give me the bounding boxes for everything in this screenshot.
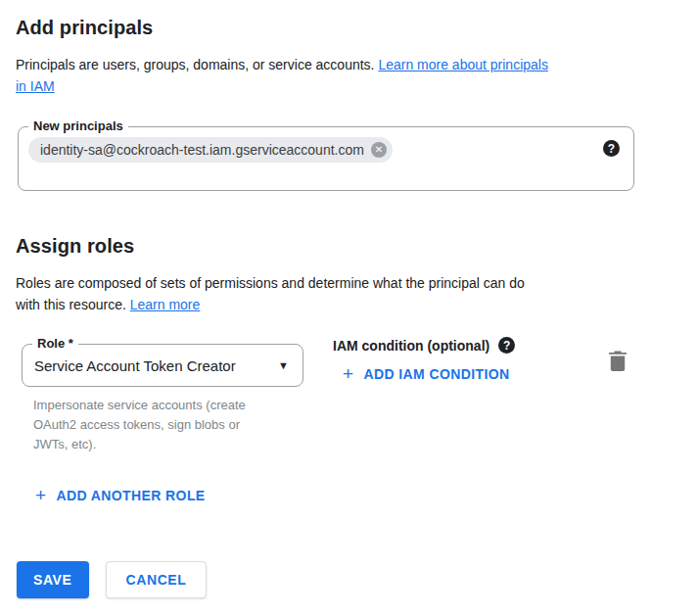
add-another-role-button[interactable]: + ADD ANOTHER ROLE: [35, 488, 206, 503]
new-principals-label: New principals: [28, 118, 128, 134]
principal-chip: identity-sa@cockroach-test.iam.gservicea…: [28, 137, 393, 163]
iam-condition-column: IAM condition (optional) ? + ADD IAM CON…: [333, 344, 515, 384]
page-title: Add principals: [16, 16, 682, 39]
chevron-down-icon: ▼: [278, 360, 289, 371]
role-select-value: Service Account Token Creator: [34, 357, 236, 374]
learn-more-roles-link[interactable]: Learn more: [130, 297, 201, 312]
add-principals-panel: Add principals Principals are users, gro…: [0, 0, 698, 614]
plus-icon: +: [343, 366, 354, 382]
save-button[interactable]: SAVE: [17, 561, 89, 598]
roles-description-line1: Roles are composed of sets of permission…: [16, 275, 525, 291]
role-helper-line: OAuth2 access tokens, sign blobs or: [33, 415, 303, 435]
chip-remove-icon[interactable]: ✕: [371, 142, 387, 158]
role-assignment-row: Role * Service Account Token Creator ▼ I…: [16, 344, 682, 454]
assign-roles-title: Assign roles: [16, 234, 682, 258]
iam-condition-label: IAM condition (optional): [333, 338, 489, 354]
action-buttons: SAVE CANCEL: [17, 561, 682, 598]
plus-icon: +: [35, 488, 47, 503]
delete-role-button[interactable]: [609, 351, 627, 374]
delete-role-column: [609, 344, 682, 374]
trash-icon: [609, 351, 627, 371]
principal-chip-value: identity-sa@cockroach-test.iam.gservicea…: [40, 142, 364, 158]
new-principals-field[interactable]: New principals identity-sa@cockroach-tes…: [18, 126, 634, 191]
cancel-button[interactable]: CANCEL: [106, 561, 208, 598]
role-helper-line: JWTs, etc).: [33, 435, 303, 454]
iam-condition-label-row: IAM condition (optional) ?: [333, 337, 515, 354]
add-another-role-label: ADD ANOTHER ROLE: [57, 488, 206, 503]
learn-more-principals-link-wrap[interactable]: in IAM: [16, 78, 55, 94]
add-iam-condition-button[interactable]: + ADD IAM CONDITION: [343, 366, 510, 382]
new-principals-help-icon[interactable]: ?: [603, 140, 620, 157]
role-column: Role * Service Account Token Creator ▼ I…: [22, 344, 303, 454]
learn-more-principals-link[interactable]: Learn more about principals: [378, 57, 548, 72]
role-select-label: Role *: [32, 336, 78, 352]
role-helper-text: Impersonate service accounts (create OAu…: [33, 396, 303, 454]
principals-description-text: Principals are users, groups, domains, o…: [16, 57, 378, 72]
roles-description-line2: with this resource.: [16, 297, 130, 312]
role-select[interactable]: Role * Service Account Token Creator ▼: [22, 344, 303, 387]
roles-description: Roles are composed of sets of permission…: [16, 272, 682, 315]
role-helper-line: Impersonate service accounts (create: [33, 396, 303, 415]
iam-condition-help-icon[interactable]: ?: [498, 337, 515, 354]
add-iam-condition-label: ADD IAM CONDITION: [364, 366, 510, 382]
principals-description: Principals are users, groups, domains, o…: [16, 54, 682, 97]
